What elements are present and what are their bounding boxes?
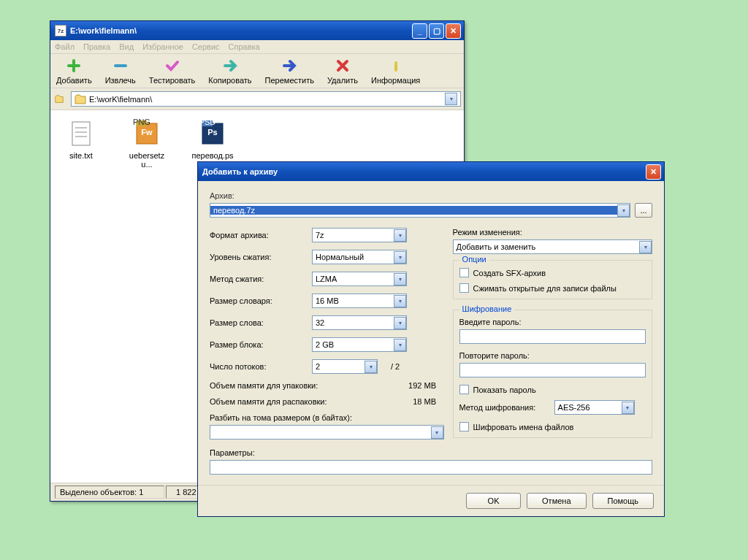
split-label: Разбить на тома размером (в байтах): — [210, 413, 444, 422]
minimize-button[interactable]: _ — [412, 23, 427, 39]
menu-favorites[interactable]: Избранное — [142, 42, 183, 51]
file-item[interactable]: site.txt — [59, 119, 103, 474]
params-label: Параметры: — [210, 448, 652, 457]
level-label: Уровень сжатия: — [210, 253, 312, 261]
file-item[interactable]: FwPNGuebersetzu... — [125, 119, 169, 474]
minus-icon — [112, 57, 129, 74]
toolbar-Тестировать[interactable]: Тестировать — [149, 57, 196, 85]
x-icon — [334, 57, 351, 74]
word-combo[interactable]: 32▾ — [312, 315, 407, 330]
file-label: uebersetzu... — [125, 151, 169, 169]
block-label: Размер блока: — [210, 340, 312, 349]
file-icon — [66, 119, 96, 148]
dialog-close-button[interactable]: ✕ — [646, 164, 661, 180]
password-label: Введите пароль: — [459, 318, 646, 326]
chevron-down-icon[interactable]: ▾ — [617, 204, 630, 217]
format-combo[interactable]: 7z▾ — [312, 228, 407, 242]
toolbar-Добавить[interactable]: Добавить — [56, 57, 92, 85]
encryption-title: Шифрование — [459, 304, 515, 313]
encryption-group: Шифрование Введите пароль: Повторите пар… — [453, 310, 652, 438]
path-dropdown-icon[interactable]: ▾ — [445, 93, 457, 105]
window-title: E:\work\fielmann\ — [70, 26, 412, 35]
toolbar-Удалить[interactable]: Удалить — [327, 57, 358, 85]
toolbar-Информация[interactable]: Информация — [371, 57, 420, 85]
menu-tools[interactable]: Сервис — [192, 42, 220, 51]
enc-method-label: Метод шифрования: — [459, 403, 554, 412]
threads-label: Число потоков: — [210, 362, 312, 371]
ok-button[interactable]: OK — [466, 493, 521, 509]
arrow-icon — [280, 57, 298, 74]
password2-label: Повторите пароль: — [459, 351, 646, 360]
mode-label: Режим изменения: — [453, 228, 652, 237]
dialog-title: Добавить к архиву — [202, 167, 646, 176]
maximize-button[interactable]: ▢ — [429, 23, 444, 39]
level-combo[interactable]: Нормальный▾ — [312, 250, 407, 264]
path-text: E:\worK\fielmann\ — [89, 95, 445, 104]
method-combo[interactable]: LZMA▾ — [312, 272, 407, 286]
chevron-down-icon[interactable]: ▾ — [394, 251, 406, 264]
block-combo[interactable]: 2 GB▾ — [312, 337, 407, 352]
app-icon: 7z — [55, 25, 66, 37]
menu-edit[interactable]: Правка — [83, 42, 110, 51]
path-input[interactable]: E:\worK\fielmann\ ▾ — [71, 91, 461, 107]
chevron-down-icon[interactable]: ▾ — [394, 273, 406, 285]
menu-view[interactable]: Вид — [119, 42, 134, 51]
close-button[interactable]: ✕ — [446, 23, 461, 39]
open-files-label: Сжимать открытые для записи файлы — [473, 284, 617, 293]
svg-text:Ps: Ps — [207, 128, 217, 137]
menu-file[interactable]: Файл — [55, 42, 75, 51]
plus-icon — [65, 57, 83, 74]
archive-value: перевод.7z — [210, 206, 617, 215]
svg-text:Fw: Fw — [141, 128, 153, 137]
chevron-down-icon[interactable]: ▾ — [394, 229, 406, 242]
enc-method-combo[interactable]: AES-256▾ — [554, 400, 635, 415]
pathbar: E:\worK\fielmann\ ▾ — [50, 88, 464, 110]
params-input[interactable] — [210, 460, 652, 475]
options-title: Опции — [459, 255, 489, 264]
chevron-down-icon[interactable]: ▾ — [394, 295, 406, 307]
status-selected: Выделено объектов: 1 — [55, 486, 164, 499]
chevron-down-icon[interactable]: ▾ — [622, 402, 634, 414]
method-label: Метод сжатия: — [210, 275, 312, 283]
help-button[interactable]: Помощь — [592, 493, 654, 509]
up-icon[interactable] — [53, 94, 65, 104]
toolbar-Копировать[interactable]: Копировать — [208, 57, 251, 85]
password-input[interactable] — [459, 329, 646, 344]
chevron-down-icon[interactable]: ▾ — [431, 426, 443, 439]
chevron-down-icon[interactable]: ▾ — [394, 317, 406, 329]
show-password-label: Показать пароль — [473, 386, 536, 394]
sfx-label: Создать SFX-архив — [473, 269, 546, 277]
menu-help[interactable]: Справка — [229, 42, 260, 51]
sfx-checkbox[interactable] — [459, 268, 469, 277]
format-label: Формат архива: — [210, 231, 312, 239]
dialog-titlebar: Добавить к архиву ✕ — [198, 162, 664, 181]
browse-button[interactable]: ... — [635, 203, 652, 218]
dict-combo[interactable]: 16 MB▾ — [312, 294, 407, 308]
encrypt-names-checkbox[interactable] — [459, 422, 469, 431]
password2-input[interactable] — [459, 363, 646, 377]
options-group: Опции Создать SFX-архив Сжимать открытые… — [453, 260, 652, 299]
toolbar-Переместить[interactable]: Переместить — [265, 57, 314, 85]
i-icon — [387, 57, 405, 74]
chevron-down-icon[interactable]: ▾ — [394, 339, 406, 351]
encrypt-names-label: Шифровать имена файлов — [473, 423, 574, 431]
toolbar-Извлечь[interactable]: Извлечь — [105, 57, 136, 85]
split-combo[interactable]: ▾ — [210, 425, 444, 440]
threads-combo[interactable]: 2▾ — [312, 359, 378, 374]
folder-icon — [75, 94, 86, 104]
main-titlebar: 7z E:\work\fielmann\ _ ▢ ✕ — [50, 21, 464, 40]
chevron-down-icon[interactable]: ▾ — [639, 241, 652, 253]
file-icon: FwPNG — [132, 119, 161, 148]
show-password-checkbox[interactable] — [459, 385, 469, 394]
archive-label: Архив: — [210, 191, 234, 200]
mem-pack-value: 192 MB — [392, 381, 436, 390]
archive-combo[interactable]: перевод.7z ▾ — [210, 203, 630, 218]
chevron-down-icon[interactable]: ▾ — [365, 361, 377, 373]
mode-combo[interactable]: Добавить и заменить▾ — [453, 239, 652, 254]
threads-max: / 2 — [391, 362, 400, 371]
check-icon — [164, 57, 181, 74]
svg-rect-0 — [72, 122, 90, 145]
cancel-button[interactable]: Отмена — [527, 493, 586, 509]
file-label: site.txt — [69, 151, 93, 160]
open-files-checkbox[interactable] — [459, 283, 469, 293]
